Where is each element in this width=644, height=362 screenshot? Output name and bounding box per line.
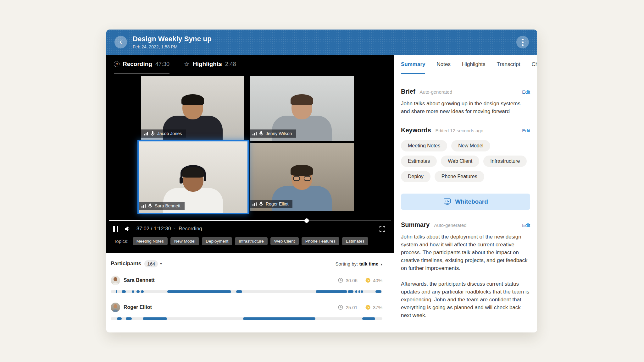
video-tile-jenny-wilson[interactable]: Jenny Wilson — [250, 76, 354, 141]
panel-content: Brief Auto-generated Edit John talks abo… — [394, 74, 537, 332]
speaker-icon — [124, 226, 131, 232]
participant-name: Jacob Jones — [157, 131, 182, 136]
keyword-chip[interactable]: New Model — [451, 140, 490, 151]
keywords-edit-link[interactable]: Edit — [522, 128, 530, 133]
tab-recording-label: Recording — [123, 61, 152, 68]
talk-segment — [143, 317, 167, 320]
video-tile-jacob-jones[interactable]: Jacob Jones — [141, 76, 244, 141]
panel-tab-notes[interactable]: Notes — [436, 55, 450, 74]
talk-segment — [116, 290, 117, 293]
panel-tab-summary[interactable]: Summary — [401, 55, 425, 74]
record-icon: R — [114, 61, 119, 67]
topic-chip[interactable]: Web Client — [270, 237, 299, 245]
header-text: Design Weekly Sync up Feb 24, 2022, 1:58… — [133, 35, 212, 49]
talk-segment — [355, 290, 357, 293]
summary-edit-link[interactable]: Edit — [522, 222, 530, 228]
meeting-recap-window: ‹ Design Weekly Sync up Feb 24, 2022, 1:… — [106, 30, 537, 332]
clock-icon — [338, 277, 343, 283]
talk-segment — [358, 290, 360, 293]
mic-icon — [259, 201, 263, 206]
chevron-down-icon[interactable]: ▾ — [160, 262, 162, 266]
whiteboard-icon — [443, 198, 451, 206]
pause-button[interactable] — [113, 226, 118, 232]
participant-row-sara[interactable]: Sara Bennett 30:06 40% — [111, 275, 382, 293]
brief-meta: Auto-generated — [420, 89, 452, 95]
participants-count-badge: 164 — [144, 260, 158, 267]
panel-tab-transcript[interactable]: Transcript — [497, 55, 520, 74]
summary-paragraph-1: John talks about the deployment of the n… — [401, 233, 530, 272]
more-options-button[interactable] — [516, 36, 529, 48]
summary-paragraph-2: Afterwards, the participants discuss cur… — [401, 280, 530, 319]
signal-bars-icon — [142, 204, 146, 208]
player-controls: 37:02 / 1:12:30 · Recording Topics: Meet… — [106, 216, 394, 253]
meeting-date: Feb 24, 2022, 1:58 PM — [133, 44, 212, 49]
player-column: R Recording 47:30 ☆ Highlights 2:48 — [106, 55, 394, 332]
topic-chip[interactable]: Meeting Notes — [133, 237, 168, 245]
fullscreen-icon — [379, 226, 386, 232]
talk-time-clock-icon — [365, 277, 371, 283]
talk-segment — [117, 317, 122, 320]
video-stage: Jacob Jones Jenny Wilson — [106, 74, 394, 216]
mic-icon — [151, 131, 155, 136]
topic-chip[interactable]: Deployment — [202, 237, 232, 245]
signal-bars-icon — [144, 132, 148, 135]
talk-segment — [167, 290, 231, 293]
talk-timeline[interactable] — [111, 290, 382, 293]
topic-chip[interactable]: Phone Features — [302, 237, 339, 245]
avatar — [111, 303, 120, 312]
brief-edit-link[interactable]: Edit — [522, 89, 530, 95]
seek-handle[interactable] — [304, 218, 309, 223]
playback-time: 37:02 / 1:12:30 · Recording — [136, 226, 202, 232]
participant-row-roger[interactable]: Roger Elliot 25:01 37% — [111, 302, 382, 320]
keywords-meta: Edited 12 seconds ago — [436, 128, 484, 133]
tile-name-label: Jenny Wilson — [250, 129, 296, 138]
page-title: Design Weekly Sync up — [133, 35, 212, 43]
chevron-down-icon: ▾ — [380, 262, 382, 266]
topics-label: Topics: — [114, 239, 129, 244]
panel-tab-highlights[interactable]: Highlights — [462, 55, 486, 74]
video-tile-sara-bennett-active-speaker[interactable]: Sara Bennett — [137, 140, 249, 214]
star-icon: ☆ — [184, 61, 190, 67]
keyword-chip[interactable]: Estimates — [401, 156, 437, 167]
tile-name-label: Sara Bennett — [139, 202, 185, 210]
talk-timeline[interactable] — [111, 317, 382, 320]
keyword-chip[interactable]: Infrastructure — [483, 156, 527, 167]
clock-icon — [338, 304, 343, 310]
keyword-chip[interactable]: Meeting Notes — [401, 140, 447, 151]
topics-list: Meeting NotesNew ModelDeploymentInfrastr… — [133, 237, 368, 245]
back-button[interactable]: ‹ — [114, 36, 127, 48]
video-tile-roger-elliot[interactable]: Roger Elliot — [250, 143, 354, 211]
tab-recording[interactable]: R Recording 47:30 — [114, 55, 169, 74]
talk-segment — [132, 290, 134, 293]
tab-highlights[interactable]: ☆ Highlights 2:48 — [184, 55, 236, 74]
talk-segment — [126, 317, 132, 320]
volume-button[interactable] — [124, 226, 131, 232]
video-block: R Recording 47:30 ☆ Highlights 2:48 — [106, 55, 394, 253]
topic-chip[interactable]: Infrastructure — [235, 237, 268, 245]
seek-bar[interactable] — [109, 218, 391, 223]
details-panel: SummaryNotesHighlightsTranscriptChat Bri… — [394, 55, 537, 332]
topic-chip[interactable]: Estimates — [342, 237, 368, 245]
panel-tab-chat[interactable]: Chat — [532, 55, 537, 74]
talk-segment — [348, 290, 353, 293]
chevron-left-icon: ‹ — [119, 38, 122, 46]
talk-duration: 25:01 — [346, 305, 358, 310]
kebab-menu-icon — [522, 39, 524, 46]
talk-segment — [375, 290, 381, 293]
fullscreen-button[interactable] — [379, 226, 386, 232]
whiteboard-button[interactable]: Whiteboard — [401, 194, 530, 210]
participants-title: Participants — [111, 261, 141, 267]
keyword-chip[interactable]: Web Client — [441, 156, 479, 167]
talk-segment — [362, 317, 375, 320]
player-tab-row: R Recording 47:30 ☆ Highlights 2:48 — [106, 55, 394, 74]
whiteboard-label: Whiteboard — [455, 198, 488, 205]
sorting-dropdown[interactable]: Sorting by: talk time ▾ — [336, 261, 382, 266]
tab-highlights-time: 2:48 — [225, 61, 236, 68]
talk-duration: 30:06 — [346, 278, 358, 283]
keyword-chip[interactable]: Phone Features — [435, 171, 484, 182]
keyword-chip[interactable]: Deploy — [401, 171, 430, 182]
keywords-title: Keywords — [401, 127, 431, 134]
tile-name-label: Jacob Jones — [141, 129, 186, 138]
topic-chip[interactable]: New Model — [170, 237, 199, 245]
summary-title: Summary — [401, 221, 430, 228]
